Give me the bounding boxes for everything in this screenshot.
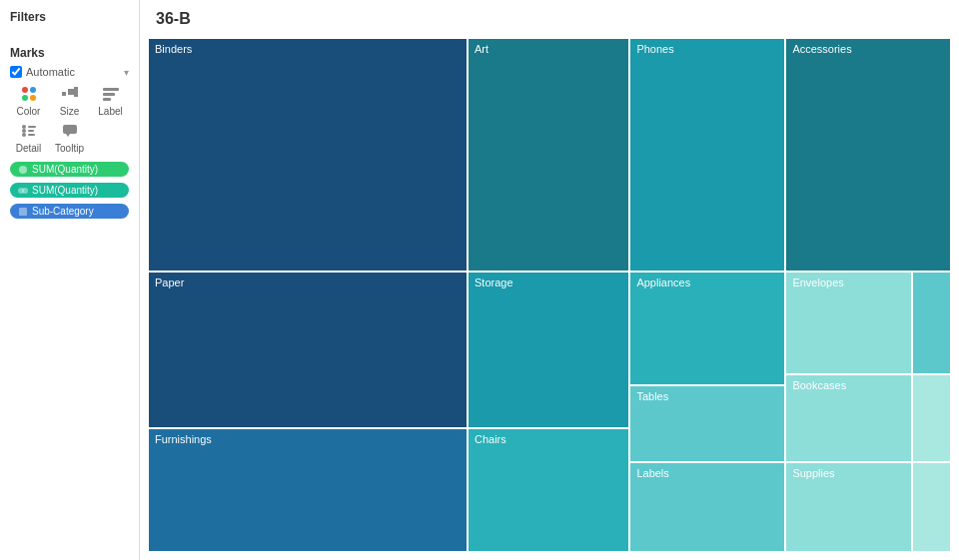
- treemap-cell-storage[interactable]: Storage: [468, 272, 629, 428]
- sum-qty-2-pill[interactable]: SUM(Quantity): [10, 183, 129, 198]
- treemap-cell-tables[interactable]: Tables: [629, 385, 785, 462]
- marks-label-item[interactable]: Label: [92, 84, 129, 117]
- treemap-cell-label-appliances: Appliances: [636, 277, 690, 288]
- detail-label: Detail: [16, 143, 42, 154]
- color-icon: [19, 84, 39, 104]
- treemap-cell-label-supplies: Supplies: [792, 467, 834, 479]
- svg-point-12: [22, 133, 26, 137]
- treemap-cell-labels-cell[interactable]: Labels: [629, 462, 785, 552]
- treemap-cell-phones[interactable]: Phones: [629, 38, 785, 272]
- dropdown-arrow[interactable]: ▾: [124, 67, 129, 78]
- svg-point-2: [22, 95, 28, 101]
- marks-size[interactable]: Size: [51, 84, 88, 117]
- treemap-cell-furnishings[interactable]: Furnishings: [148, 428, 468, 552]
- treemap-cell-envelopes-right[interactable]: [912, 272, 951, 374]
- marks-grid: Color Size: [10, 84, 129, 154]
- svg-rect-4: [62, 92, 66, 96]
- color-label: Color: [17, 106, 41, 117]
- treemap-cell-binders[interactable]: Binders: [148, 38, 468, 272]
- svg-point-11: [22, 129, 26, 133]
- label-icon: [101, 84, 121, 104]
- svg-rect-7: [103, 88, 119, 91]
- treemap-cell-supplies-right[interactable]: [912, 462, 951, 552]
- treemap-cell-accessories[interactable]: Accessories: [785, 38, 951, 272]
- sub-category-icon: [18, 207, 28, 217]
- sub-category-pill[interactable]: Sub-Category: [10, 204, 129, 219]
- marks-tooltip[interactable]: Tooltip: [51, 121, 88, 154]
- size-icon: [60, 84, 80, 104]
- label-label: Label: [98, 106, 122, 117]
- treemap-cell-label-tables: Tables: [636, 390, 668, 402]
- treemap-cell-label-bookcases: Bookcases: [792, 379, 846, 391]
- svg-point-18: [19, 166, 27, 174]
- treemap-cell-appliances[interactable]: Appliances: [629, 272, 785, 384]
- treemap-cell-envelopes[interactable]: Envelopes: [785, 272, 912, 374]
- sum-qty-1-icon: [18, 165, 28, 175]
- svg-marker-17: [66, 134, 70, 137]
- chart-title: 36-B: [140, 0, 959, 34]
- svg-rect-16: [63, 125, 77, 134]
- sum-qty-2-icon: [18, 186, 28, 196]
- size-label: Size: [60, 106, 79, 117]
- treemap-cell-supplies[interactable]: Supplies: [785, 462, 912, 552]
- detail-icon: [19, 121, 39, 141]
- svg-rect-15: [28, 134, 35, 136]
- svg-point-20: [22, 188, 28, 194]
- treemap-cell-chairs[interactable]: Chairs: [468, 428, 629, 552]
- filters-label: Filters: [10, 10, 129, 24]
- treemap-cell-bookcases[interactable]: Bookcases: [785, 374, 912, 462]
- svg-point-3: [30, 95, 36, 101]
- treemap-cell-label-labels-cell: Labels: [636, 467, 668, 479]
- svg-rect-9: [103, 98, 111, 101]
- svg-point-10: [22, 125, 26, 129]
- treemap-container: BindersPaperFurnishingsArtStorageChairsP…: [148, 38, 951, 552]
- treemap-cell-label-accessories: Accessories: [792, 43, 851, 55]
- treemap-cell-label-furnishings: Furnishings: [155, 433, 212, 445]
- svg-rect-6: [74, 87, 78, 97]
- svg-point-1: [30, 87, 36, 93]
- svg-rect-14: [28, 130, 34, 132]
- treemap-cell-label-art: Art: [475, 43, 488, 55]
- treemap-cell-bookcases-right[interactable]: [912, 374, 951, 462]
- svg-rect-21: [19, 208, 27, 216]
- tooltip-label: Tooltip: [55, 143, 84, 154]
- treemap-cell-label-paper: Paper: [155, 277, 184, 288]
- treemap-cell-art[interactable]: Art: [468, 38, 629, 272]
- treemap-cell-paper[interactable]: Paper: [148, 272, 468, 428]
- treemap-cell-label-chairs: Chairs: [475, 433, 506, 445]
- treemap-cell-label-envelopes: Envelopes: [792, 277, 843, 288]
- main-panel: 36-B BindersPaperFurnishingsArtStorageCh…: [140, 0, 959, 560]
- treemap-cell-label-phones: Phones: [636, 43, 673, 55]
- treemap-cell-label-binders: Binders: [155, 43, 192, 55]
- sum-qty-1-pill[interactable]: SUM(Quantity): [10, 162, 129, 177]
- marks-detail[interactable]: Detail: [10, 121, 47, 154]
- svg-rect-13: [28, 126, 36, 128]
- treemap-cell-label-storage: Storage: [475, 277, 513, 288]
- tooltip-icon: [60, 121, 80, 141]
- automatic-label: Automatic: [26, 66, 75, 78]
- svg-rect-8: [103, 93, 115, 96]
- marks-color[interactable]: Color: [10, 84, 47, 117]
- automatic-checkbox[interactable]: [10, 66, 22, 78]
- sidebar: Filters Marks Automatic ▾ Color: [0, 0, 140, 560]
- svg-point-0: [22, 87, 28, 93]
- svg-rect-5: [68, 89, 74, 95]
- marks-label: Marks: [10, 46, 129, 60]
